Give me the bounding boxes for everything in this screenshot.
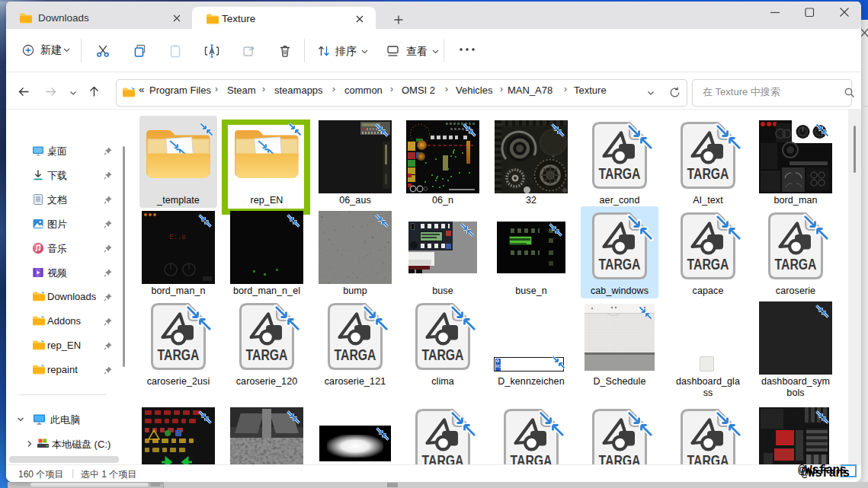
svg-text:TARGA: TARGA — [687, 165, 729, 182]
svg-text:TARGA: TARGA — [599, 165, 641, 182]
svg-text:TARGA: TARGA — [687, 256, 729, 273]
svg-text:TARGA: TARGA — [599, 452, 641, 464]
svg-text:TARGA: TARGA — [158, 346, 200, 363]
svg-text:TARGA: TARGA — [422, 346, 464, 363]
svg-text:TARGA: TARGA — [335, 346, 376, 363]
svg-text:TARGA: TARGA — [511, 452, 553, 464]
svg-text:TARGA: TARGA — [599, 256, 641, 273]
svg-text:TARGA: TARGA — [422, 452, 464, 464]
svg-text:TARGA: TARGA — [687, 452, 729, 464]
svg-text:TARGA: TARGA — [775, 256, 817, 273]
svg-text:TARGA: TARGA — [246, 346, 288, 363]
